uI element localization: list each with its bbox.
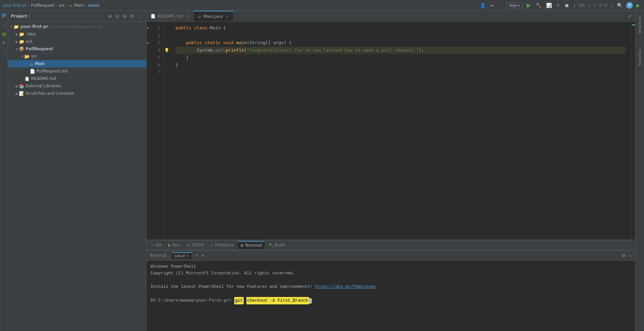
git-check1[interactable]: ✓	[588, 3, 591, 8]
breadcrumb-sep1: ›	[28, 3, 30, 8]
build-button[interactable]: 🔨	[534, 2, 543, 9]
terminal-local-close[interactable]: ×	[186, 254, 189, 258]
tree-item-idea[interactable]: ▶ 📁 .idea	[8, 30, 146, 38]
profile-icon[interactable]: 👤	[479, 2, 487, 9]
tab-main-close[interactable]: ×	[225, 14, 229, 19]
sidebar-add-btn[interactable]: ⊕	[107, 13, 113, 19]
tab-main[interactable]: ☕ Main.java ×	[194, 11, 234, 21]
activity-project[interactable]	[0, 12, 8, 20]
terminal-add-btn[interactable]: +	[194, 252, 200, 259]
breadcrumb-sep4: ›	[85, 3, 87, 8]
tree-icon-src: 📂	[24, 54, 30, 59]
tab-bar: 📄 README.md × ☕ Main.java × ✓	[146, 11, 635, 22]
tree-item-extlibs[interactable]: ▶ 📚 External Libraries	[8, 82, 146, 90]
tree-item-readme[interactable]: 📋 README.md	[8, 75, 146, 82]
run-button[interactable]: ▶	[525, 1, 532, 9]
bottom-tab-todo[interactable]: ☑ TODO	[184, 241, 206, 249]
toolbar-right: 👤 ← → Main ▾ ▶ 🔨 📊 ⚡ ⏹ | Git: ✓ ✓ ↺ ⟳ | …	[479, 1, 641, 9]
tree-arrow-out: ▶	[15, 40, 19, 43]
coverage-button[interactable]: 📊	[545, 2, 553, 9]
profile-run-button[interactable]: ⚡	[555, 2, 561, 9]
tree-item-src[interactable]: ▾ 📂 src	[8, 53, 146, 60]
git-more1[interactable]: ↺	[599, 3, 602, 8]
tree-icon-idea: 📁	[19, 32, 24, 37]
avatar-button[interactable]: M	[626, 2, 633, 9]
tree-item-out[interactable]: ▶ 📁 out	[8, 38, 146, 45]
plugin-button[interactable]: ▶	[635, 2, 641, 9]
breadcrumb-folder3[interactable]: Main	[74, 3, 84, 8]
run-arrow-1[interactable]: ▶	[147, 24, 149, 32]
git-highlight: git	[234, 297, 244, 304]
sidebar-settings-btn[interactable]: ⚙	[129, 13, 135, 19]
terminal-minimize-btn[interactable]: —	[628, 253, 633, 258]
terminal-local-tab[interactable]: Local ×	[172, 252, 192, 259]
breadcrumb-sep2: ›	[56, 3, 58, 8]
terminal-chevron[interactable]: ▾	[202, 253, 204, 258]
code-line-5: }	[176, 54, 626, 61]
git-more2[interactable]: ⟳	[604, 3, 608, 8]
bottom-tab-problems[interactable]: ⚠ Problems	[208, 241, 236, 249]
activity-commit[interactable]: ⑃	[0, 22, 7, 29]
activity-pullrequest[interactable]: ⊕	[0, 40, 7, 46]
file-tree: ▾ 📁 your-first-pr C:\Users\madda\your-fi…	[8, 22, 146, 331]
run-config-button[interactable]: Main ▾	[506, 2, 523, 8]
gutter-7	[163, 69, 170, 76]
terminal-settings-btn[interactable]: ⚙	[621, 253, 626, 258]
back-button[interactable]: ←	[489, 2, 496, 9]
structure-panel-item[interactable]: Structure	[636, 13, 643, 36]
bottom-tab-git[interactable]: ⑂ Git	[149, 241, 164, 249]
warning-icon[interactable]: 💡	[164, 48, 169, 53]
stop-button[interactable]: ⏹	[563, 2, 570, 9]
bottom-tab-terminal[interactable]: ⊞ Terminal	[238, 241, 265, 249]
breadcrumb-folder2[interactable]: src	[59, 3, 65, 8]
tree-item-iml[interactable]: 📄 PullRequest.iml	[8, 67, 146, 75]
search-button[interactable]: 🔍	[616, 2, 624, 9]
activity-vcs[interactable]: 🌿	[0, 31, 7, 38]
git-tab-label: Git	[156, 243, 161, 247]
tree-icon-readme: 📋	[24, 76, 30, 81]
tab-readme-close[interactable]: ×	[185, 13, 189, 19]
breadcrumb-project[interactable]: your-first-pr	[3, 3, 27, 8]
bottom-tab-build[interactable]: 🔨 Build	[266, 241, 288, 249]
sidebar-expand-btn[interactable]: ⊞	[122, 13, 128, 19]
activity-git[interactable]: ⑂	[0, 48, 7, 54]
tree-item-scratches[interactable]: ▶ 📝 Scratches and Consoles	[8, 90, 146, 97]
code-line-6: }	[176, 61, 626, 69]
svg-rect-2	[2, 17, 5, 17]
tree-item-main[interactable]: ☕ Main	[8, 60, 146, 67]
code-content[interactable]: public class Main { public static void m…	[170, 22, 631, 240]
terminal-actions: ⚙ —	[621, 253, 633, 258]
git-check2[interactable]: ✓	[593, 3, 597, 8]
breadcrumb-folder1[interactable]: PullRequest	[31, 3, 55, 8]
tab-readme[interactable]: 📄 README.md ×	[146, 11, 194, 21]
gutter-1	[163, 24, 170, 32]
sidebar-collapse-btn[interactable]: ⊟	[114, 13, 120, 19]
tree-item-pullrequest[interactable]: ▾ 📦 PullRequest	[8, 45, 146, 53]
breadcrumb-branch[interactable]: main	[88, 3, 99, 8]
sidebar-dropdown-arrow[interactable]: ▾	[28, 14, 30, 18]
line-num-5: 5	[146, 54, 163, 61]
git-tab-icon: ⑂	[152, 243, 154, 247]
terminal-content[interactable]: Windows PowerShell Copyright (C) Microso…	[146, 261, 635, 331]
tree-item-root[interactable]: ▾ 📁 your-first-pr C:\Users\madda\your-fi…	[8, 23, 146, 30]
sidebar-actions: ⊕ ⊟ ⊞ ⚙ …	[107, 13, 143, 19]
breadcrumb-java-icon: ☕	[69, 3, 73, 8]
bottom-tab-run[interactable]: ▶ Run	[165, 241, 183, 249]
forward-button[interactable]: →	[498, 2, 505, 9]
tree-icon-root: 📁	[14, 24, 19, 29]
tree-arrow-extlibs: ▶	[15, 84, 19, 88]
right-gutter	[631, 22, 635, 240]
sidebar-more-btn[interactable]: …	[137, 13, 143, 19]
ps-link[interactable]: https://aka.ms/PSWindows	[315, 284, 376, 289]
code-line-2	[176, 32, 626, 39]
code-editor[interactable]: ▶ 1 2 ▶ 3 4 5 6 7	[146, 22, 635, 240]
tree-label-main: Main	[35, 61, 45, 66]
run-arrow-3[interactable]: ▶	[147, 39, 149, 47]
terminal-area: Terminal : Local × + ▾ ⚙ — Windo	[146, 250, 635, 331]
terminal-cursor: █	[309, 298, 312, 303]
line-numbers: ▶ 1 2 ▶ 3 4 5 6 7	[146, 22, 163, 240]
favorites-panel-item[interactable]: Favorites	[636, 46, 643, 68]
tree-arrow-root: ▾	[9, 25, 14, 29]
terminal-prompt: PS C:\Users\madda\your-first-pr>	[151, 297, 232, 304]
empty-line-2	[151, 290, 631, 297]
